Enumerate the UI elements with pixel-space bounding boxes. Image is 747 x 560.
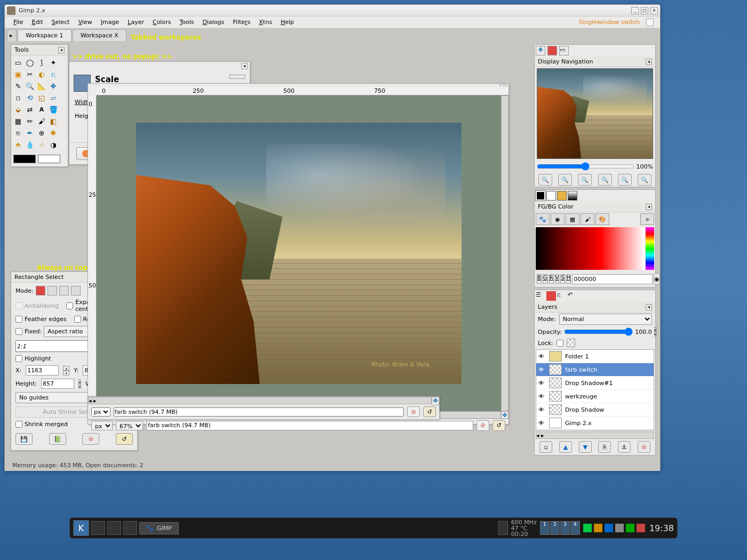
zoom-out-icon[interactable]: 🔍 — [538, 174, 552, 186]
maximize-button[interactable]: □ — [641, 7, 648, 14]
cancel-op-icon-2[interactable]: ⊘ — [407, 406, 420, 417]
text-tool[interactable]: A — [36, 103, 47, 115]
ch-r[interactable]: R — [549, 274, 554, 284]
swatch4-icon[interactable] — [568, 191, 577, 201]
zoom-1to1-icon[interactable]: 🔍 — [578, 174, 592, 186]
revert-icon[interactable]: 📗 — [49, 433, 66, 445]
save-icon[interactable]: 💾 — [15, 433, 33, 445]
crop-tool[interactable]: ▣ — [12, 68, 24, 80]
zoom-dropdown[interactable]: 67% — [116, 421, 143, 430]
ink-tool[interactable]: ✒ — [24, 127, 36, 139]
nav-tab3-icon[interactable]: ▭ — [559, 46, 569, 55]
desktop-icon[interactable] — [91, 521, 105, 535]
delete-icon[interactable]: ⊘ — [82, 433, 99, 445]
mode-add[interactable] — [47, 286, 57, 295]
unit-dropdown-2[interactable]: px — [91, 407, 110, 417]
undo-tab-icon[interactable]: ↶ — [568, 291, 577, 301]
triangle-picker-icon[interactable]: 🖌 — [581, 213, 594, 225]
duplicate-layer-icon[interactable]: ⎘ — [598, 441, 611, 453]
layer-item[interactable]: 👁Drop Shadow#1 — [536, 377, 654, 390]
airbrush-tool[interactable]: ⎋ — [12, 127, 24, 139]
ch-h[interactable]: H — [566, 274, 571, 284]
layer-info[interactable] — [146, 421, 473, 430]
rotate-tool[interactable]: ⟲ — [24, 92, 36, 103]
blend-tool[interactable]: ▦ — [12, 115, 24, 127]
blend-mode-select[interactable]: Normal — [559, 314, 652, 325]
menu-file[interactable]: File — [9, 18, 27, 27]
layer-item[interactable]: 👁Gimp 2.x — [536, 417, 654, 430]
color-picker-tool[interactable]: ✎ — [12, 80, 24, 92]
color-field[interactable] — [536, 227, 645, 270]
channels-tab-icon[interactable] — [546, 291, 556, 301]
scale-collapse[interactable]: ◂ — [241, 63, 248, 69]
anchor-layer-icon[interactable]: ⚓ — [618, 441, 631, 453]
dodge-tool[interactable]: ◑ — [47, 139, 59, 150]
fg-color-swatch[interactable] — [13, 155, 36, 163]
foreground-select-tool[interactable]: ◐ — [36, 68, 47, 80]
bucket-tool[interactable]: 🪣 — [47, 103, 59, 115]
zoom-tool[interactable]: 🔍 — [24, 80, 36, 92]
blur-tool[interactable]: 💧 — [24, 139, 36, 150]
raise-layer-icon[interactable]: ▲ — [559, 441, 572, 453]
swatch3-icon[interactable] — [557, 191, 567, 201]
tab-workspace-x[interactable]: Workspace X — [73, 29, 126, 41]
titlebar[interactable]: Gimp 2.x _ □ × — [5, 5, 660, 17]
lock-pixels-check[interactable] — [557, 340, 563, 347]
zoom-fit-icon[interactable]: 🔍 — [598, 174, 612, 186]
visibility-icon[interactable]: 👁 — [538, 380, 546, 387]
expand-check[interactable] — [66, 302, 73, 309]
layer-item[interactable]: 👁farb switch — [536, 363, 654, 377]
undo-op-icon[interactable]: ↺ — [492, 420, 505, 431]
nav-preview[interactable] — [537, 68, 653, 159]
ch-v[interactable]: V — [555, 274, 560, 284]
visibility-icon[interactable]: 👁 — [538, 420, 546, 427]
ruler-vertical[interactable]: 0 250 500 — [88, 95, 97, 411]
delete-layer-icon[interactable]: ⊘ — [638, 441, 650, 453]
layer-scroll[interactable]: ◂ ▸ — [536, 431, 654, 439]
fuzzy-select-tool[interactable]: ✦ — [47, 57, 59, 68]
taskbar-app-gimp[interactable]: 🐾GIMP — [139, 522, 179, 534]
menu-select[interactable]: Select — [47, 18, 74, 27]
menu-xtns[interactable]: Xtns — [255, 18, 276, 27]
watercolor-picker-icon[interactable]: ▦ — [566, 213, 579, 225]
mode-subtract[interactable] — [59, 286, 69, 295]
align-tool[interactable]: ▫ — [12, 92, 24, 103]
menu-dialogs[interactable]: Dialogs — [198, 18, 229, 27]
scrollbar-vertical[interactable] — [501, 95, 508, 411]
palette-picker-icon[interactable]: 🎨 — [595, 213, 609, 225]
layers-collapse[interactable]: ◂ — [646, 304, 652, 310]
scissors-tool[interactable]: ✂ — [24, 68, 36, 80]
scrollbar-h2[interactable]: ◂ ▸ — [88, 397, 432, 404]
menu-layer[interactable]: Layer — [123, 18, 148, 27]
cmyk-picker-icon[interactable]: ◉ — [551, 213, 565, 225]
canvas[interactable]: Photo: Bram & Vera — [97, 95, 501, 411]
tab-workspace-1[interactable]: Workspace 1 — [18, 29, 71, 41]
tray-clipboard-icon[interactable] — [605, 524, 613, 532]
paintbrush-tool[interactable]: 🖌 — [36, 115, 47, 127]
nav-icon-2[interactable]: ✥ — [432, 397, 439, 405]
flip-tool[interactable]: ⇄ — [24, 103, 36, 115]
rect-select-tool[interactable]: ▭ — [12, 57, 24, 68]
lower-layer-icon[interactable]: ▼ — [579, 441, 592, 453]
zoom-slider[interactable] — [537, 162, 634, 171]
zoom-fill-icon[interactable]: 🔍 — [618, 174, 632, 186]
visibility-icon[interactable]: 👁 — [538, 353, 546, 360]
highlight-check[interactable] — [15, 355, 22, 362]
close-button[interactable]: × — [650, 7, 658, 14]
tray-network-icon[interactable] — [583, 524, 592, 532]
menu-help[interactable]: Help — [276, 18, 298, 27]
nav-tab2-icon[interactable] — [547, 46, 557, 55]
nav-move-icon[interactable]: ✥ — [536, 46, 545, 55]
heal-tool[interactable]: ✱ — [47, 127, 59, 139]
browser-icon[interactable] — [123, 521, 137, 535]
measure-tool[interactable]: 📐 — [36, 80, 47, 92]
h-input[interactable] — [41, 379, 74, 389]
eraser-tool[interactable]: ◧ — [47, 115, 59, 127]
pager-4[interactable]: 4 — [570, 521, 580, 535]
menu-edit[interactable]: Edit — [27, 18, 47, 27]
fixed-check[interactable] — [15, 328, 22, 335]
pager-3[interactable]: 3 — [560, 521, 570, 535]
shear-tool[interactable]: ▱ — [47, 92, 59, 103]
move-tool[interactable]: ✥ — [47, 80, 59, 92]
shrink-merged-check[interactable] — [15, 421, 22, 428]
